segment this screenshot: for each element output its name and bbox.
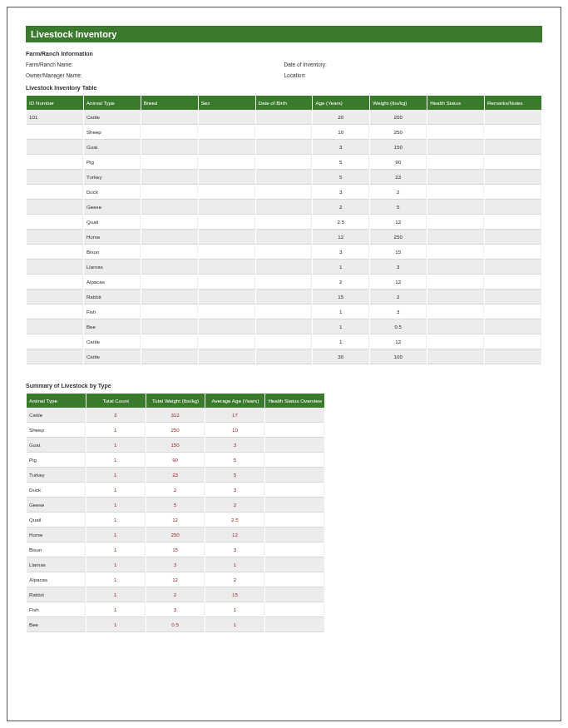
table-cell — [256, 349, 313, 364]
table-cell: 100 — [370, 349, 427, 364]
inventory-heading: Livestock Inventory Table — [26, 85, 542, 91]
table-cell: Bison — [27, 542, 86, 557]
table-cell — [141, 230, 198, 245]
table-cell: 2 — [313, 275, 369, 290]
table-cell: 150 — [370, 140, 427, 155]
inv-header: Breed — [141, 96, 198, 110]
table-cell — [265, 483, 324, 498]
table-cell — [199, 245, 255, 260]
table-cell — [485, 110, 541, 125]
table-cell — [141, 305, 198, 319]
table-cell: Cattle — [84, 110, 141, 125]
table-cell — [141, 110, 198, 125]
table-cell: 90 — [370, 155, 427, 170]
table-cell — [427, 170, 484, 185]
table-cell — [485, 334, 541, 349]
table-cell — [141, 155, 198, 170]
table-cell: 15 — [313, 290, 369, 305]
table-cell — [141, 260, 198, 275]
table-cell: Cattle — [27, 408, 86, 423]
table-cell — [427, 110, 484, 125]
table-cell: Geese — [84, 200, 141, 215]
table-cell: Sheep — [27, 423, 86, 438]
table-cell: 15 — [146, 542, 205, 557]
table-cell: 2.5 — [313, 215, 369, 230]
table-cell — [199, 185, 255, 200]
table-cell — [427, 319, 484, 334]
table-cell — [27, 305, 83, 319]
location-label: Location: — [284, 72, 543, 78]
table-cell — [427, 200, 484, 215]
table-cell: 2 — [205, 498, 264, 513]
table-row: Sheep10250 — [27, 125, 541, 140]
table-cell — [199, 334, 255, 349]
table-cell — [256, 110, 313, 125]
table-cell: 200 — [370, 110, 427, 125]
table-cell — [485, 200, 541, 215]
table-cell: 3 — [313, 245, 369, 260]
table-cell — [265, 542, 324, 557]
table-cell: 0.5 — [146, 617, 205, 632]
table-cell — [27, 125, 83, 140]
table-cell: 150 — [146, 438, 205, 453]
table-cell: 3 — [146, 602, 205, 617]
table-cell — [427, 125, 484, 140]
table-cell — [27, 185, 83, 200]
table-cell — [485, 185, 541, 200]
table-cell: 1 — [86, 453, 146, 468]
table-cell: 3 — [205, 542, 264, 557]
table-cell — [265, 453, 324, 468]
table-cell — [199, 200, 255, 215]
table-cell: 3 — [205, 438, 264, 453]
table-cell — [27, 230, 83, 245]
table-cell: 101 — [27, 110, 83, 125]
table-cell — [27, 155, 83, 170]
table-cell — [485, 230, 541, 245]
table-cell — [27, 319, 83, 334]
table-cell: 12 — [313, 230, 369, 245]
inv-header: Sex — [199, 96, 255, 110]
table-cell: 2 — [370, 290, 427, 305]
table-cell — [265, 617, 324, 632]
table-cell — [485, 170, 541, 185]
table-cell: 30 — [313, 349, 369, 364]
table-cell: Bee — [84, 319, 141, 334]
table-cell — [141, 290, 198, 305]
table-row: Goat11503 — [27, 438, 324, 453]
table-cell — [256, 215, 313, 230]
table-cell — [485, 125, 541, 140]
table-cell: Bee — [27, 617, 86, 632]
table-cell: Turkey — [84, 170, 141, 185]
table-cell — [265, 513, 324, 527]
table-cell: 5 — [205, 468, 264, 483]
table-cell: 1 — [86, 423, 146, 438]
farm-name-label: Farm/Ranch Name: — [26, 62, 284, 67]
table-cell: 1 — [313, 260, 369, 275]
table-cell: 20 — [313, 110, 369, 125]
table-cell — [427, 275, 484, 290]
table-cell: Pig — [27, 453, 86, 468]
table-cell: Duck — [27, 483, 86, 498]
table-cell — [427, 185, 484, 200]
table-cell — [141, 319, 198, 334]
table-cell: 1 — [205, 602, 264, 617]
table-cell — [256, 230, 313, 245]
table-cell: 3 — [313, 140, 369, 155]
inventory-table: ID NumberAnimal TypeBreedSexDate of Birt… — [26, 96, 542, 364]
table-cell — [27, 140, 83, 155]
table-cell: 5 — [313, 155, 369, 170]
table-row: Cattle331217 — [27, 408, 324, 423]
table-cell — [27, 290, 83, 305]
table-cell — [256, 275, 313, 290]
table-cell — [141, 185, 198, 200]
table-cell — [265, 498, 324, 513]
table-cell — [485, 319, 541, 334]
table-cell — [265, 557, 324, 572]
table-cell — [427, 140, 484, 155]
table-cell — [427, 349, 484, 364]
table-cell — [141, 200, 198, 215]
summary-table: Animal TypeTotal CountTotal Weight (lbs/… — [26, 394, 325, 632]
table-row: Sheep125010 — [27, 423, 324, 438]
table-cell — [27, 275, 83, 290]
table-cell: Cattle — [84, 334, 141, 349]
